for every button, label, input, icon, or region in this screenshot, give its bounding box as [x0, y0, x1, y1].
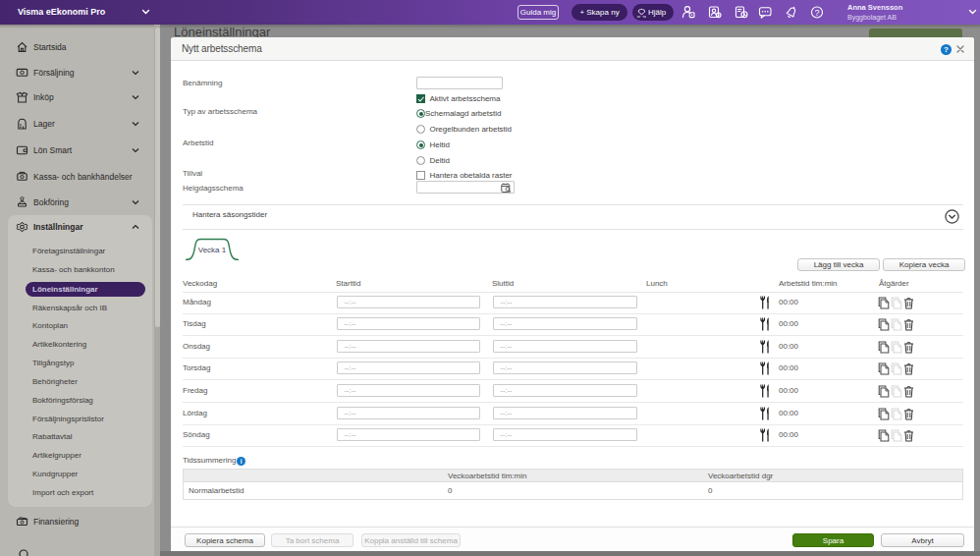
svg-text:Vecka 1: Vecka 1 [198, 246, 227, 254]
svg-text:?: ? [814, 8, 819, 18]
svg-text:i: i [241, 458, 243, 465]
